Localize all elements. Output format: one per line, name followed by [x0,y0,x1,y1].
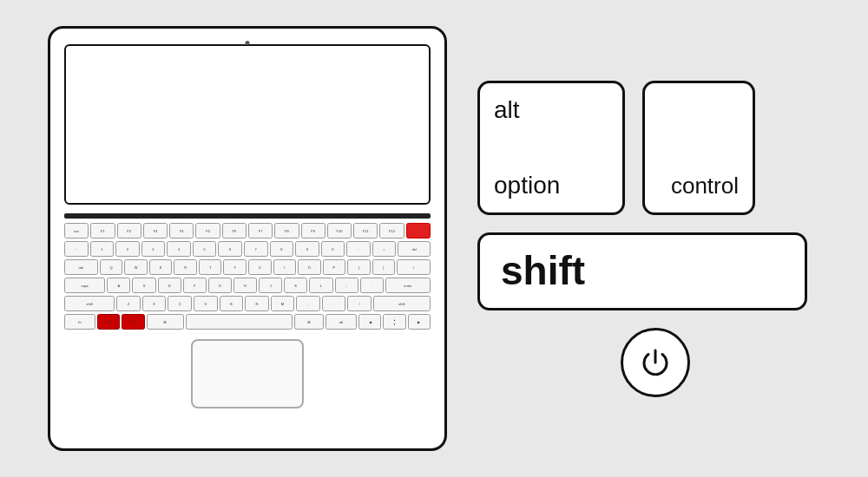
main-container: esc F1 F2 F3 F4 F5 F6 F7 F8 F9 F10 F11 F… [0,0,868,477]
key-h: H [233,278,257,293]
key-2: 2 [115,241,140,257]
key-right: ▶ [408,314,431,330]
key-x: X [142,296,167,311]
key-equals: = [372,241,397,257]
key-shift-left: shift [64,296,115,311]
power-button-row [477,328,833,397]
key-z: Z [116,296,141,311]
key-t: T [199,259,222,275]
key-tab: tab [64,259,98,275]
key-enter: enter [385,278,431,293]
key-f1: F1 [90,223,115,238]
key-minus: - [346,241,371,257]
key-e: E [149,259,173,275]
key-q: Q [100,259,123,275]
key-ctrl-red: ctrl [97,314,120,330]
control-key-box: control [642,81,755,215]
option-label: option [494,171,560,200]
keyboard-top-bar [64,213,431,219]
laptop-body: esc F1 F2 F3 F4 F5 F6 F7 F8 F9 F10 F11 F… [48,26,447,451]
key-caps: caps [64,278,105,293]
key-buttons-row: alt option control [477,81,755,215]
key-5: 5 [193,241,217,257]
key-f8: F8 [274,223,299,238]
shift-key-box: shift [477,232,807,310]
key-space [186,314,293,330]
key-7: 7 [244,241,268,257]
key-p: P [323,259,346,275]
key-3: 3 [141,241,166,257]
key-updown: ▲▼ [383,314,405,330]
key-comma: , [296,296,320,311]
key-delete: del [398,241,431,257]
key-0: 0 [321,241,345,257]
key-f12: F12 [379,223,404,238]
key-shift-right: shift [373,296,431,311]
key-alt-red: alt [122,314,144,330]
key-6: 6 [218,241,242,257]
key-i: I [273,259,297,275]
key-o: O [298,259,321,275]
key-8: 8 [270,241,294,257]
key-f5: F5 [195,223,220,238]
key-c: C [168,296,192,311]
key-f: F [183,278,207,293]
key-a: A [107,278,130,293]
key-4: 4 [167,241,191,257]
key-cmd-right: ⌘ [294,314,324,330]
key-w: W [124,259,148,275]
keyboard-body: esc F1 F2 F3 F4 F5 F6 F7 F8 F9 F10 F11 F… [64,213,431,436]
key-f3: F3 [143,223,168,238]
key-s: S [132,278,155,293]
key-f2: F2 [117,223,141,238]
key-row-asdf: caps A S D F G H J K L ; ' enter [64,278,431,293]
trackpad [191,339,304,408]
key-period: . [322,296,346,311]
right-panel: alt option control shift [477,81,833,397]
power-button [621,328,690,397]
key-k: K [284,278,307,293]
key-row-qwerty: tab Q W E R T Y U I O P [ ] \ [64,259,431,275]
alt-option-key-box: alt option [477,81,625,215]
key-l: L [309,278,332,293]
key-alt-right: alt [326,314,357,330]
key-semicolon: ; [335,278,358,293]
key-row-fn: esc F1 F2 F3 F4 F5 F6 F7 F8 F9 F10 F11 F… [64,223,431,238]
key-v: V [194,296,218,311]
key-r: R [174,259,197,275]
key-row-bottom: fn ctrl alt ⌘ ⌘ alt ◀ ▲▼ ▶ [64,314,431,330]
key-rbracket: ] [372,259,396,275]
laptop-screen [64,44,431,205]
key-f10: F10 [327,223,352,238]
key-tilde: ~ [64,241,89,257]
key-left: ◀ [358,314,381,330]
key-row-zxcv: shift Z X C V B N M , . / shift [64,296,431,311]
key-f4: F4 [169,223,194,238]
key-fn: fn [64,314,95,330]
key-f7: F7 [248,223,273,238]
key-cmd-left: ⌘ [147,314,184,330]
control-label: control [671,173,739,199]
key-esc: esc [64,223,89,238]
key-n: N [245,296,269,311]
laptop-illustration: esc F1 F2 F3 F4 F5 F6 F7 F8 F9 F10 F11 F… [35,17,460,460]
shift-label: shift [501,247,585,295]
power-icon [640,347,671,378]
alt-label: alt [494,95,520,125]
key-row-numbers: ~ 1 2 3 4 5 6 7 8 9 0 - = del [64,241,431,257]
key-lbracket: [ [347,259,371,275]
key-power-small [406,223,431,238]
key-f11: F11 [353,223,378,238]
key-slash: / [347,296,372,311]
key-m: M [271,296,295,311]
key-y: Y [223,259,247,275]
key-u: U [248,259,272,275]
key-backslash: \ [397,259,431,275]
key-9: 9 [295,241,319,257]
key-b: B [220,296,244,311]
key-1: 1 [90,241,115,257]
key-f9: F9 [301,223,326,238]
key-g: G [208,278,232,293]
key-quote: ' [360,278,384,293]
key-d: D [158,278,181,293]
